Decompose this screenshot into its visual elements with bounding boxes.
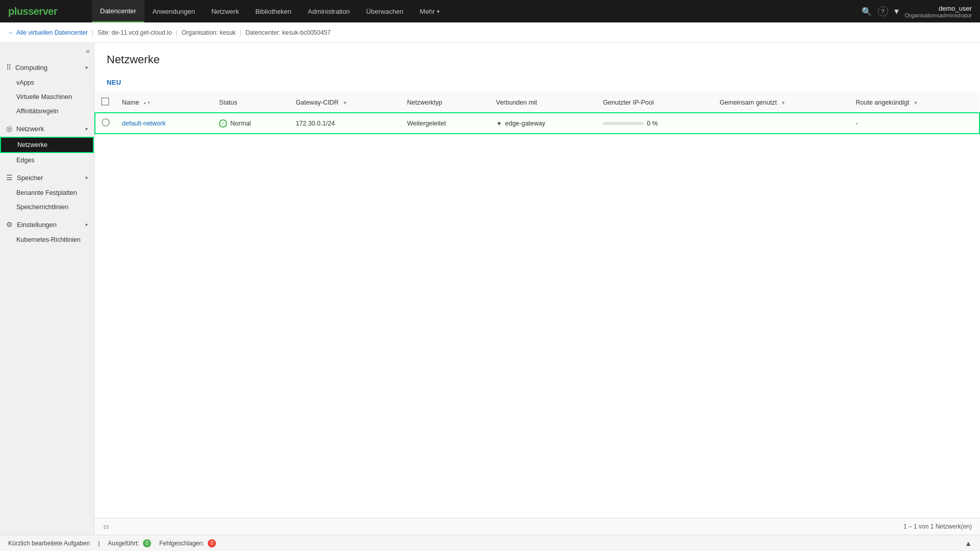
breadcrumb-bar: ← Alle virtuellen Datencenter | Site: de… bbox=[0, 22, 980, 43]
row-network-type: Weitergeleitet bbox=[401, 113, 490, 134]
breadcrumb-site: Site: de-11.vcd.get-cloud.io bbox=[97, 29, 172, 36]
row-checkbox-cell bbox=[95, 113, 116, 134]
sidebar-item-kubernetes[interactable]: Kubernetes-Richtlinien bbox=[0, 233, 94, 247]
row-status: Normal bbox=[213, 113, 289, 134]
sidebar-item-vapps[interactable]: vApps bbox=[0, 76, 94, 90]
nav-item-anwendungen[interactable]: Anwendungen bbox=[144, 0, 203, 22]
nav-item-uberwachen[interactable]: Überwachen bbox=[358, 0, 411, 22]
row-ip-pool: 0 % bbox=[597, 113, 714, 134]
table-footer: 1 – 1 von 1 Netzwerk(en) bbox=[94, 518, 980, 535]
header-ip-pool: Genutzter IP-Pool bbox=[597, 92, 714, 113]
row-checkbox[interactable] bbox=[102, 118, 110, 127]
content-area: Netzwerke NEU Name ▲▼ St bbox=[94, 43, 980, 535]
status-dot-icon bbox=[219, 119, 227, 128]
header-gemeinsam: Gemeinsam genutzt ▼ bbox=[714, 92, 849, 113]
executed-label: Ausgeführt: 0 bbox=[108, 539, 151, 547]
row-connected-to: ✦ edge-gateway bbox=[490, 113, 597, 134]
logo: plusserver bbox=[0, 0, 92, 22]
row-shared bbox=[714, 113, 849, 134]
sidebar-section-einstellungen: ⚙ Einstellungen ▾ Kubernetes-Richtlinien bbox=[0, 216, 94, 247]
sidebar-section-speicher: ☰ Speicher ▾ Benannte Festplatten Speich… bbox=[0, 169, 94, 214]
new-button[interactable]: NEU bbox=[107, 77, 121, 88]
executed-count: 0 bbox=[143, 539, 151, 547]
netzwerk-icon: ◎ bbox=[6, 124, 12, 133]
failed-count: 0 bbox=[208, 539, 216, 547]
header-checkbox-cell bbox=[95, 92, 116, 113]
nav-item-bibliotheken[interactable]: Bibliotheken bbox=[247, 0, 300, 22]
settings-icon[interactable]: ▾ bbox=[894, 6, 899, 17]
sidebar-section-netzwerk: ◎ Netzwerk ▾ Netzwerke Edges bbox=[0, 120, 94, 167]
route-filter-icon[interactable]: ▼ bbox=[913, 100, 918, 106]
breadcrumb-back-link[interactable]: ← Alle virtuellen Datencenter bbox=[8, 29, 88, 36]
breadcrumb-separator-1: | bbox=[92, 29, 93, 36]
sidebar-section-computing: ⠿ Computing ▾ vApps Virtuelle Maschinen … bbox=[0, 59, 94, 118]
header-netzwerktyp: Netzwerktyp bbox=[401, 92, 490, 113]
name-sort-icons[interactable]: ▲▼ bbox=[143, 101, 151, 105]
speicher-chevron-icon: ▾ bbox=[85, 175, 88, 181]
status-bar-right: ▲ bbox=[965, 539, 972, 547]
computing-icon: ⠿ bbox=[6, 63, 11, 71]
resize-icon bbox=[103, 522, 111, 531]
header-route: Route angekündigt ▼ bbox=[850, 92, 979, 113]
table-row[interactable]: default-network Normal 172.30.0.1/24 Wei… bbox=[95, 113, 979, 134]
gateway-filter-icon[interactable]: ▼ bbox=[342, 100, 348, 106]
nav-item-netzwerk[interactable]: Netzwerk bbox=[203, 0, 247, 22]
row-route: - bbox=[850, 113, 979, 134]
netzwerk-chevron-icon: ▾ bbox=[85, 126, 88, 132]
edge-gateway-icon: ✦ bbox=[496, 119, 502, 128]
einstellungen-icon: ⚙ bbox=[6, 220, 13, 229]
breadcrumb-separator-3: | bbox=[240, 29, 241, 36]
table-container: Name ▲▼ Status Gateway-CIDR ▼ Netzwerkty… bbox=[94, 92, 980, 518]
gemeinsam-filter-icon[interactable]: ▼ bbox=[780, 100, 786, 106]
toolbar: NEU bbox=[94, 77, 980, 92]
mehr-chevron-icon: ▾ bbox=[437, 9, 439, 14]
logo-text: plusserver bbox=[8, 6, 57, 17]
status-separator: | bbox=[98, 540, 100, 547]
breadcrumb-separator-2: | bbox=[176, 29, 178, 36]
computing-chevron-icon: ▾ bbox=[85, 65, 88, 70]
status-bar: Kürzlich bearbeitete Aufgaben | Ausgefüh… bbox=[0, 535, 980, 551]
ip-pool-progress: 0 % bbox=[603, 120, 707, 127]
sidebar-item-festplatten[interactable]: Benannte Festplatten bbox=[0, 186, 94, 200]
breadcrumb-dc: Datencenter: kesuk-bc0050457 bbox=[246, 29, 331, 36]
header-status: Status bbox=[213, 92, 289, 113]
status-bar-collapse-icon[interactable]: ▲ bbox=[965, 539, 972, 547]
einstellungen-chevron-icon: ▾ bbox=[85, 222, 88, 228]
resize-handle[interactable] bbox=[103, 522, 111, 531]
svg-rect-0 bbox=[104, 525, 106, 527]
breadcrumb-org: Organisation: kesuk bbox=[182, 29, 236, 36]
main-layout: « ⠿ Computing ▾ vApps Virtuelle Maschine… bbox=[0, 43, 980, 535]
pagination-info: 1 – 1 von 1 Netzwerk(en) bbox=[903, 523, 972, 530]
row-gateway-cidr: 172.30.0.1/24 bbox=[289, 113, 401, 134]
sidebar-section-computing-title[interactable]: ⠿ Computing ▾ bbox=[0, 59, 94, 76]
sidebar-section-netzwerk-title[interactable]: ◎ Netzwerk ▾ bbox=[0, 120, 94, 137]
sidebar-item-virtuelle-maschinen[interactable]: Virtuelle Maschinen bbox=[0, 90, 94, 104]
progress-bar bbox=[603, 122, 644, 125]
nav-right: 🔍 ? ▾ demo_user Organisationsadministrat… bbox=[853, 0, 980, 22]
sidebar-item-netzwerke[interactable]: Netzwerke bbox=[0, 137, 94, 153]
sidebar-header: « bbox=[0, 43, 94, 59]
search-icon[interactable]: 🔍 bbox=[862, 7, 872, 16]
nav-item-datencenter[interactable]: Datencenter bbox=[92, 0, 144, 22]
nav-menu: Datencenter Anwendungen Netzwerk Bibliot… bbox=[92, 0, 853, 22]
speicher-icon: ☰ bbox=[6, 173, 13, 182]
row-name[interactable]: default-network bbox=[116, 113, 213, 134]
sidebar-item-speicherrichtlinien[interactable]: Speicherrichtlinien bbox=[0, 200, 94, 214]
svg-rect-2 bbox=[107, 525, 109, 527]
user-menu[interactable]: demo_user Organisationsadministrator bbox=[905, 5, 972, 18]
sidebar-collapse-button[interactable]: « bbox=[86, 47, 90, 55]
help-icon[interactable]: ? bbox=[878, 6, 888, 16]
sidebar-section-speicher-title[interactable]: ☰ Speicher ▾ bbox=[0, 169, 94, 186]
sidebar-item-edges[interactable]: Edges bbox=[0, 153, 94, 167]
user-name: demo_user bbox=[939, 5, 972, 12]
sidebar-item-affinitaetsregeln[interactable]: Affinitätsregeln bbox=[0, 104, 94, 118]
header-verbunden-mit: Verbunden mit bbox=[490, 92, 597, 113]
nav-item-mehr[interactable]: Mehr ▾ bbox=[411, 0, 448, 22]
nav-item-administration[interactable]: Administration bbox=[300, 0, 358, 22]
content-header: Netzwerke bbox=[94, 43, 980, 77]
sidebar-section-einstellungen-title[interactable]: ⚙ Einstellungen ▾ bbox=[0, 216, 94, 233]
sidebar: « ⠿ Computing ▾ vApps Virtuelle Maschine… bbox=[0, 43, 94, 535]
header-gateway-cidr: Gateway-CIDR ▼ bbox=[289, 92, 401, 113]
svg-rect-3 bbox=[107, 528, 109, 529]
header-checkbox[interactable] bbox=[101, 97, 109, 106]
